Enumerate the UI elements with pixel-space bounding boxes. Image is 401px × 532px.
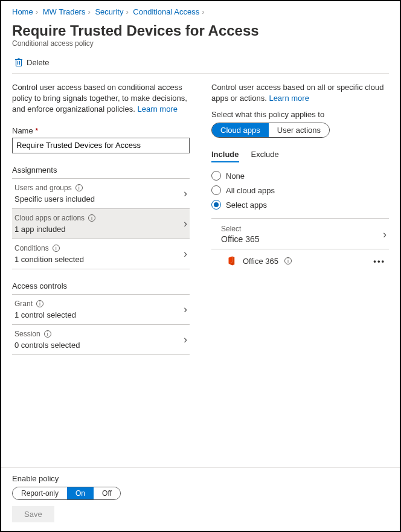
svg-rect-0 bbox=[16, 60, 22, 66]
row-grant[interactable]: Grant i 1 control selected › bbox=[12, 295, 190, 325]
opt-on[interactable]: On bbox=[67, 487, 94, 499]
radio-all-label: All cloud apps bbox=[226, 186, 275, 195]
office365-icon bbox=[226, 255, 237, 266]
select-label: Select bbox=[221, 225, 387, 233]
chevron-right-icon: › bbox=[184, 187, 187, 200]
divider bbox=[211, 218, 389, 219]
chevron-right-icon: › bbox=[184, 303, 187, 316]
footer: Enable policy Report-only On Off Save bbox=[1, 467, 400, 531]
chevron-right-icon: › bbox=[383, 228, 387, 241]
required-asterisk: * bbox=[35, 126, 38, 135]
left-intro: Control user access based on conditional… bbox=[12, 82, 190, 115]
include-exclude-tabs: Include Exclude bbox=[211, 150, 389, 162]
select-value: Office 365 bbox=[221, 234, 387, 244]
info-icon[interactable]: i bbox=[75, 184, 83, 191]
row-session-value: 0 controls selected bbox=[14, 341, 188, 350]
row-grant-title: Grant bbox=[14, 300, 33, 308]
chevron-right-icon: › bbox=[184, 248, 187, 260]
page-subtitle: Conditional access policy bbox=[12, 39, 389, 48]
info-icon[interactable]: i bbox=[36, 300, 43, 307]
row-cloud-apps-title: Cloud apps or actions bbox=[14, 214, 85, 222]
radio-none[interactable]: None bbox=[211, 171, 389, 181]
tab-include[interactable]: Include bbox=[211, 150, 239, 162]
opt-report-only[interactable]: Report-only bbox=[13, 487, 67, 499]
enable-policy-label: Enable policy bbox=[12, 474, 389, 483]
section-assignments: Assignments bbox=[12, 165, 190, 179]
info-icon[interactable]: i bbox=[284, 257, 292, 264]
section-access-controls: Access controls bbox=[12, 281, 190, 295]
select-apps-row[interactable]: Select Office 365 › bbox=[211, 220, 389, 249]
enable-policy-toggle: Report-only On Off bbox=[12, 487, 121, 500]
radio-select-label: Select apps bbox=[226, 200, 267, 210]
toolbar: Delete bbox=[12, 56, 389, 74]
learn-more-link[interactable]: Learn more bbox=[137, 104, 177, 114]
breadcrumb-security[interactable]: Security bbox=[95, 7, 123, 16]
breadcrumb: Home› MW Traders› Security› Conditional … bbox=[12, 6, 389, 20]
include-radios: None All cloud apps Select apps bbox=[211, 171, 389, 210]
name-input[interactable] bbox=[12, 138, 190, 153]
row-cloud-apps[interactable]: Cloud apps or actions i 1 app included › bbox=[12, 209, 190, 239]
radio-all-cloud-apps[interactable]: All cloud apps bbox=[211, 185, 389, 195]
right-intro: Control user access based on all or spec… bbox=[211, 82, 389, 104]
row-conditions-value: 1 condition selected bbox=[14, 255, 188, 264]
row-conditions-title: Conditions bbox=[14, 244, 49, 252]
applies-to-label: Select what this policy applies to bbox=[211, 110, 389, 119]
seg-user-actions[interactable]: User actions bbox=[269, 123, 329, 137]
chevron-right-icon: › bbox=[184, 217, 187, 230]
trash-icon bbox=[14, 57, 23, 67]
radio-select-apps[interactable]: Select apps bbox=[211, 200, 389, 210]
opt-off[interactable]: Off bbox=[94, 487, 120, 499]
seg-cloud-apps[interactable]: Cloud apps bbox=[212, 123, 269, 137]
right-column: Control user access based on all or spec… bbox=[211, 82, 389, 355]
breadcrumb-home[interactable]: Home bbox=[12, 7, 33, 16]
info-icon[interactable]: i bbox=[44, 330, 51, 338]
chevron-right-icon: › bbox=[33, 7, 40, 16]
row-session[interactable]: Session i 0 controls selected › bbox=[12, 325, 190, 355]
learn-more-link[interactable]: Learn more bbox=[269, 94, 309, 103]
radio-none-label: None bbox=[226, 171, 245, 181]
breadcrumb-conditional-access[interactable]: Conditional Access bbox=[133, 7, 199, 16]
row-grant-value: 1 control selected bbox=[14, 310, 188, 319]
chevron-right-icon: › bbox=[85, 7, 92, 16]
row-users-and-groups[interactable]: Users and groups i Specific users includ… bbox=[12, 179, 190, 209]
applies-to-toggle: Cloud apps User actions bbox=[211, 123, 330, 138]
info-icon[interactable]: i bbox=[88, 214, 95, 222]
save-button[interactable]: Save bbox=[12, 506, 54, 522]
app-item-office365: Office 365 i ••• bbox=[211, 249, 389, 272]
row-users-title: Users and groups bbox=[14, 184, 72, 192]
delete-label: Delete bbox=[27, 58, 50, 67]
row-session-title: Session bbox=[14, 330, 40, 338]
more-icon[interactable]: ••• bbox=[373, 257, 385, 266]
tab-exclude[interactable]: Exclude bbox=[251, 150, 279, 162]
info-icon[interactable]: i bbox=[53, 245, 60, 252]
row-conditions[interactable]: Conditions i 1 condition selected › bbox=[12, 239, 190, 269]
page-title: Require Trusted Devices for Access bbox=[12, 22, 389, 39]
chevron-right-icon: › bbox=[199, 7, 207, 16]
row-users-value: Specific users included bbox=[14, 194, 188, 204]
left-column: Control user access based on conditional… bbox=[12, 82, 190, 355]
chevron-right-icon: › bbox=[123, 7, 130, 16]
delete-button[interactable]: Delete bbox=[12, 56, 52, 68]
app-item-name: Office 365 bbox=[243, 257, 278, 266]
row-cloud-apps-value: 1 app included bbox=[14, 225, 188, 234]
breadcrumb-mw-traders[interactable]: MW Traders bbox=[43, 7, 86, 16]
chevron-right-icon: › bbox=[184, 333, 187, 346]
name-label: Name * bbox=[12, 126, 190, 135]
